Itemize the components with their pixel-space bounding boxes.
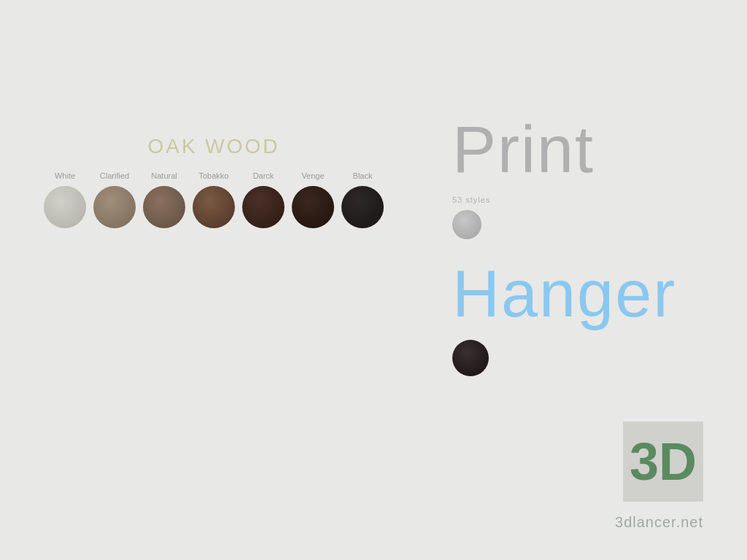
hanger-title: Hanger: [452, 261, 676, 327]
swatch-label-white: White: [55, 171, 75, 180]
main-container: OAK WOOD White Clarified Natural Tobakko…: [0, 0, 747, 560]
swatch-label-clarified: Clarified: [100, 171, 129, 180]
swatch-label-venge: Venge: [301, 171, 324, 180]
swatch-label-natural: Natural: [151, 171, 177, 180]
swatch-item-tobakko[interactable]: Tobakko: [193, 171, 235, 228]
swatch-circle-black[interactable]: [341, 186, 384, 228]
swatch-label-darck: Darck: [253, 171, 274, 180]
swatch-circle-natural[interactable]: [143, 186, 185, 228]
swatch-circle-tobakko[interactable]: [193, 186, 235, 228]
hanger-color-circle[interactable]: [452, 340, 489, 376]
color-swatches: White Clarified Natural Tobakko Darck Ve: [44, 171, 384, 228]
swatch-item-white[interactable]: White: [44, 171, 86, 228]
badge-3d: 3D: [623, 421, 703, 502]
swatch-circle-clarified[interactable]: [93, 186, 136, 228]
swatch-item-black[interactable]: Black: [341, 171, 384, 228]
swatch-item-natural[interactable]: Natural: [143, 171, 185, 228]
swatch-item-darck[interactable]: Darck: [242, 171, 285, 228]
swatch-item-venge[interactable]: Venge: [292, 171, 334, 228]
swatch-label-black: Black: [353, 171, 373, 180]
print-title: Print: [452, 117, 676, 182]
swatch-item-clarified[interactable]: Clarified: [93, 171, 136, 228]
swatch-circle-white[interactable]: [44, 186, 86, 228]
oak-wood-title: OAK WOOD: [44, 135, 384, 158]
right-section: Print 53 styles Hanger: [452, 117, 676, 376]
styles-label: 53 styles: [452, 195, 676, 204]
swatch-circle-venge[interactable]: [292, 186, 334, 228]
swatch-circle-darck[interactable]: [242, 186, 285, 228]
oak-wood-section: OAK WOOD White Clarified Natural Tobakko…: [44, 135, 384, 228]
print-color-circle[interactable]: [452, 210, 481, 239]
swatch-label-tobakko: Tobakko: [199, 171, 229, 180]
badge-3d-text: 3D: [630, 435, 697, 488]
watermark: 3dlancer.net: [615, 514, 703, 531]
